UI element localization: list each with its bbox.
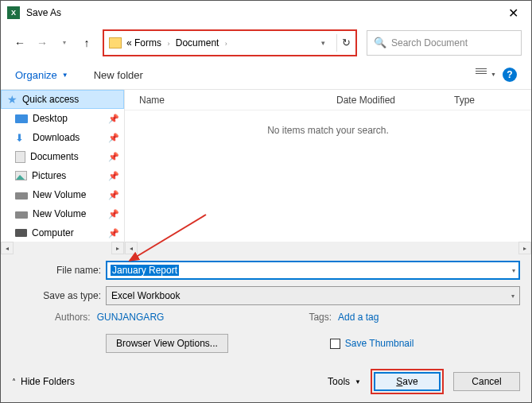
save-thumbnail-checkbox[interactable]: Save Thumbnail [330, 338, 414, 349]
titlebar: X Save As ✕ [1, 1, 531, 25]
tools-menu[interactable]: Tools ▼ [328, 376, 361, 387]
chevron-right-icon: › [225, 40, 227, 48]
authors-label: Authors: [55, 312, 91, 323]
sidebar-item-label: Computer [32, 227, 74, 238]
tags-label: Tags: [309, 312, 332, 323]
refresh-button[interactable]: ↻ [342, 37, 351, 48]
sidebar-item-label: Desktop [33, 113, 68, 124]
chevron-right-icon: › [167, 40, 169, 48]
cancel-button[interactable]: Cancel [453, 372, 520, 391]
breadcrumb-item[interactable]: Forms [134, 37, 161, 48]
pin-icon: 📌 [108, 133, 119, 143]
empty-message: No items match your search. [125, 110, 531, 136]
back-button[interactable]: ← [10, 33, 29, 52]
save-thumbnail-label: Save Thumbnail [345, 338, 414, 349]
save-options-panel: File name: January Report ▾ Save as type… [1, 254, 531, 402]
sidebar-item-desktop[interactable]: Desktop 📌 [1, 109, 124, 128]
save-label: ave [402, 376, 417, 387]
sidebar-item-quick-access[interactable]: ★ Quick access [1, 90, 124, 109]
pin-icon: 📌 [108, 209, 119, 219]
drive-icon [15, 211, 28, 219]
sidebar-item-pictures[interactable]: Pictures 📌 [1, 166, 124, 185]
pin-icon: 📌 [108, 114, 119, 124]
sidebar-item-computer[interactable]: Computer 📌 [1, 223, 124, 242]
column-header-name[interactable]: Name [139, 95, 336, 106]
caret-down-icon: ▼ [62, 72, 68, 79]
scroll-left-button[interactable]: ◂ [1, 242, 14, 254]
pin-icon: 📌 [108, 171, 119, 181]
filename-input[interactable]: January Report ▾ [106, 261, 520, 280]
excel-icon: X [7, 6, 20, 19]
view-options-button[interactable]: ▼ [476, 68, 491, 81]
sidebar-item-label: New Volume [33, 208, 86, 219]
caret-down-icon: ▾ [511, 293, 515, 300]
sidebar-item-volume[interactable]: New Volume 📌 [1, 185, 124, 204]
browser-view-options-button[interactable]: Browser View Options... [106, 334, 228, 353]
address-bar[interactable]: « Forms › Document › ▾ ↻ [103, 29, 357, 56]
hide-folders-button[interactable]: ˄ Hide Folders [12, 376, 75, 387]
save-button[interactable]: Save [374, 372, 441, 391]
column-header-date[interactable]: Date Modified [336, 95, 454, 106]
scroll-right-button[interactable]: ▸ [111, 242, 124, 254]
sidebar-item-documents[interactable]: Documents 📌 [1, 147, 124, 166]
nav-bar: ← → ▾ ↑ « Forms › Document › ▾ ↻ 🔍 Searc… [1, 25, 531, 60]
search-input[interactable]: 🔍 Search Document [367, 30, 522, 56]
sidebar-item-label: Documents [30, 151, 79, 162]
filename-dropdown[interactable]: ▾ [512, 267, 515, 274]
caret-down-icon: ▼ [491, 72, 496, 77]
computer-icon [15, 229, 27, 237]
filename-value: January Report [111, 265, 179, 276]
sidebar-item-label: Pictures [32, 170, 66, 181]
pictures-icon [15, 171, 27, 180]
breadcrumb-item[interactable]: Document [176, 37, 219, 48]
breadcrumb[interactable]: « Forms › Document › [126, 37, 321, 48]
column-headers: Name Date Modified Type [125, 90, 531, 110]
desktop-icon [15, 114, 28, 123]
close-button[interactable]: ✕ [495, 1, 531, 25]
sidebar-item-label: New Volume [33, 189, 86, 200]
scroll-left-button[interactable]: ◂ [125, 242, 138, 254]
chevron-up-icon: ˄ [12, 378, 16, 386]
address-dropdown[interactable]: ▾ [321, 39, 325, 47]
breadcrumb-overflow: « [126, 37, 132, 48]
download-icon: ⬇ [15, 132, 28, 143]
folder-icon [109, 37, 122, 48]
sidebar-scrollbar[interactable]: ◂ ▸ [1, 242, 124, 254]
sidebar-item-label: Quick access [22, 94, 79, 105]
window-title: Save As [26, 7, 495, 18]
sidebar-item-volume[interactable]: New Volume 📌 [1, 204, 124, 223]
up-button[interactable]: ↑ [77, 33, 96, 52]
recent-dropdown[interactable]: ▾ [55, 33, 74, 52]
filetype-select[interactable]: Excel Workbook ▾ [106, 286, 520, 305]
new-folder-button[interactable]: New folder [94, 69, 143, 81]
toolbar: Organize▼ New folder ▼ ? [1, 60, 531, 89]
sidebar-item-downloads[interactable]: ⬇ Downloads 📌 [1, 128, 124, 147]
filename-label: File name: [12, 265, 101, 276]
authors-value[interactable]: GUNJANGARG [97, 312, 165, 323]
help-button[interactable]: ? [503, 68, 517, 82]
organize-menu[interactable]: Organize▼ [15, 69, 68, 81]
search-placeholder: Search Document [391, 37, 468, 48]
sidebar-item-label: Downloads [33, 132, 80, 143]
pin-icon: 📌 [108, 228, 119, 238]
pin-icon: 📌 [108, 152, 119, 162]
drive-icon [15, 192, 28, 200]
filetype-value: Excel Workbook [111, 290, 180, 301]
sidebar: ★ Quick access Desktop 📌 ⬇ Downloads 📌 D… [1, 90, 125, 254]
document-icon [15, 151, 25, 163]
file-list-pane: Name Date Modified Type No items match y… [125, 90, 531, 254]
filetype-label: Save as type: [12, 290, 101, 301]
caret-down-icon: ▼ [355, 378, 361, 386]
pin-icon: 📌 [108, 190, 119, 200]
search-icon: 🔍 [374, 37, 386, 48]
hide-folders-label: Hide Folders [21, 376, 75, 387]
tags-value[interactable]: Add a tag [338, 312, 379, 323]
checkbox-icon [330, 339, 340, 349]
annotation-highlight: Save [371, 369, 444, 394]
star-icon: ★ [7, 94, 17, 105]
forward-button[interactable]: → [33, 33, 52, 52]
file-scrollbar[interactable]: ◂ ▸ [125, 242, 531, 254]
scroll-right-button[interactable]: ▸ [518, 242, 531, 254]
column-header-type[interactable]: Type [454, 95, 475, 106]
